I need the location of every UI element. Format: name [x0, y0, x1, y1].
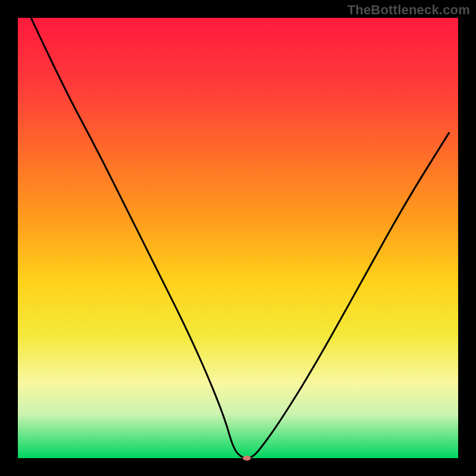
watermark-text: TheBottleneck.com — [347, 2, 470, 18]
chart-plot-area — [18, 18, 458, 458]
optimal-point-marker — [243, 456, 251, 461]
bottleneck-chart — [0, 0, 476, 476]
chart-container: TheBottleneck.com — [0, 0, 476, 476]
